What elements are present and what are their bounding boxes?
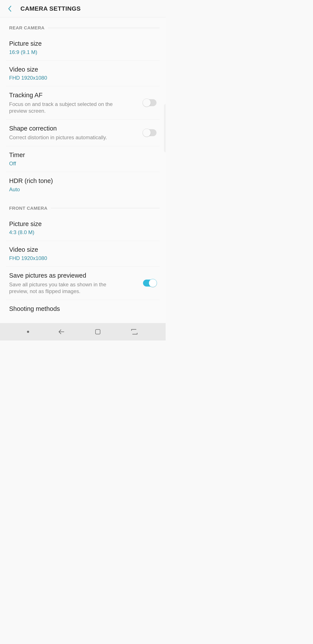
setting-description: Focus on and track a subject selected on… <box>9 101 126 114</box>
setting-description: Save all pictures you take as shown in t… <box>9 281 126 294</box>
setting-title: Timer <box>9 151 156 159</box>
setting-tracking-af[interactable]: Tracking AF Focus on and track a subject… <box>6 86 160 120</box>
setting-shooting-methods[interactable]: Shooting methods <box>6 300 160 318</box>
setting-value: 4:3 (8.0 M) <box>9 229 156 236</box>
setting-save-pictures-as-previewed[interactable]: Save pictures as previewed Save all pict… <box>6 267 160 300</box>
setting-title: Picture size <box>9 220 156 228</box>
setting-front-video-size[interactable]: Video size FHD 1920x1080 <box>6 241 160 267</box>
setting-value: Auto <box>9 186 156 192</box>
setting-timer[interactable]: Timer Off <box>6 146 160 172</box>
section-header-front-camera: FRONT CAMERA <box>6 206 160 211</box>
recents-icon <box>131 328 138 336</box>
setting-title: Tracking AF <box>9 91 139 100</box>
setting-value: FHD 1920x1080 <box>9 75 156 81</box>
app-header: CAMERA SETTINGS <box>0 0 166 18</box>
setting-value: FHD 1920x1080 <box>9 255 156 261</box>
section-label: FRONT CAMERA <box>9 206 47 211</box>
setting-title: Video size <box>9 246 156 254</box>
setting-shape-correction[interactable]: Shape correction Correct distortion in p… <box>6 120 160 146</box>
setting-title: Save pictures as previewed <box>9 272 139 280</box>
section-header-rear-camera: REAR CAMERA <box>6 25 160 30</box>
setting-title: Picture size <box>9 40 156 48</box>
setting-title: HDR (rich tone) <box>9 177 156 185</box>
arrow-left-icon <box>58 328 65 336</box>
setting-value: 16:9 (9.1 M) <box>9 49 156 55</box>
home-icon <box>95 328 101 335</box>
back-button[interactable] <box>7 4 12 13</box>
save-pictures-toggle[interactable] <box>143 280 156 286</box>
scroll-handle[interactable] <box>164 104 166 152</box>
setting-title: Video size <box>9 66 156 74</box>
divider <box>48 28 160 28</box>
setting-rear-video-size[interactable]: Video size FHD 1920x1080 <box>6 61 160 86</box>
nav-back-button[interactable] <box>57 328 66 336</box>
nav-home-button[interactable] <box>93 328 102 336</box>
nav-recents-button[interactable] <box>130 328 139 336</box>
shape-correction-toggle[interactable] <box>143 129 156 136</box>
page-title: CAMERA SETTINGS <box>20 5 81 12</box>
setting-title: Shape correction <box>9 124 139 133</box>
setting-rear-picture-size[interactable]: Picture size 16:9 (9.1 M) <box>6 35 160 61</box>
svg-rect-1 <box>95 330 100 334</box>
setting-description: Correct distortion in pictures automatic… <box>9 134 126 141</box>
setting-value: Off <box>9 160 156 167</box>
divider <box>51 208 160 208</box>
tracking-af-toggle[interactable] <box>143 99 156 106</box>
setting-front-picture-size[interactable]: Picture size 4:3 (8.0 M) <box>6 215 160 241</box>
chevron-left-icon <box>8 6 11 12</box>
setting-title: Shooting methods <box>9 305 156 313</box>
nav-indicator-dot <box>27 331 29 333</box>
section-label: REAR CAMERA <box>9 25 44 30</box>
setting-hdr[interactable]: HDR (rich tone) Auto <box>6 172 160 198</box>
navigation-bar <box>0 323 166 340</box>
settings-list: REAR CAMERA Picture size 16:9 (9.1 M) Vi… <box>0 18 166 323</box>
